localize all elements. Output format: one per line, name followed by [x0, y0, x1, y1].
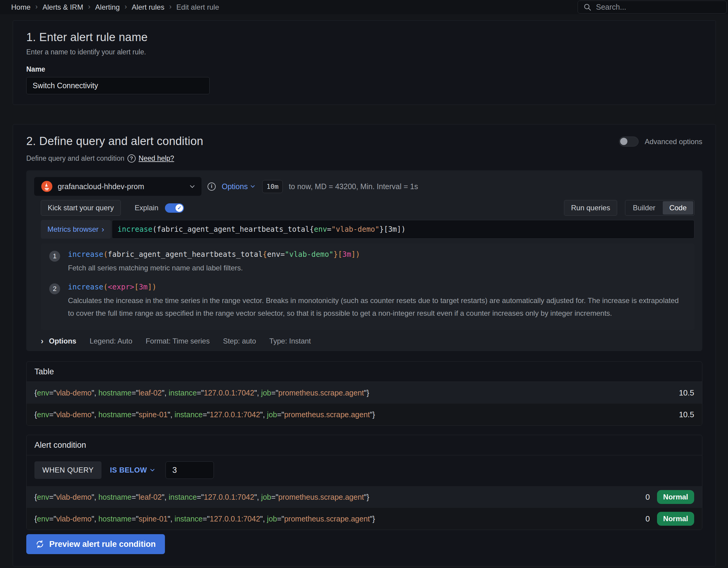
condition-result-row: {env="vlab-demo", hostname="spine-01", i… [27, 508, 702, 530]
search-box[interactable]: Search... [578, 1, 727, 14]
label-punctuation: =" [271, 389, 278, 397]
code-tab[interactable]: Code [663, 201, 693, 215]
query-options-dropdown[interactable]: Options [222, 182, 255, 191]
label-punctuation: ", [260, 410, 267, 419]
code-token: "vlab-demo" [331, 225, 379, 234]
kick-start-query-button[interactable]: Kick start your query [41, 200, 121, 216]
section2-subtitle: Define query and alert condition [26, 154, 124, 163]
label-punctuation: =" [197, 389, 204, 397]
query-option-summary: Type: Instant [269, 337, 311, 345]
need-help-link[interactable]: Need help? [139, 154, 174, 163]
label-punctuation: =" [277, 515, 284, 523]
label-punctuation: ", [254, 389, 261, 397]
preview-alert-rule-condition-button[interactable]: Preview alert rule condition [26, 534, 165, 554]
alert-rule-name-input[interactable]: Switch Connectivity [26, 77, 210, 94]
condition-operator-dropdown[interactable]: IS BELOW [110, 466, 155, 474]
breadcrumb: Home›Alerts & IRM›Alerting›Alert rules›E… [11, 3, 219, 11]
label-punctuation: =" [271, 493, 278, 502]
metrics-browser-button[interactable]: Metrics browser › [41, 220, 111, 239]
code-token: [ [134, 283, 139, 291]
options-row-label: Options [49, 337, 76, 345]
explain-toggle[interactable]: ✓ [165, 203, 184, 213]
label-punctuation: ", [92, 410, 98, 419]
step-number-badge: 1 [49, 251, 60, 262]
label-value: vlab-demo [56, 515, 92, 523]
state-badge: Normal [657, 512, 694, 526]
code-token: }[3m]) [379, 225, 406, 234]
breadcrumb-link[interactable]: Alert rules [132, 3, 164, 11]
search-icon [583, 3, 592, 11]
label-key: env [37, 515, 49, 523]
label-punctuation: ", [162, 493, 169, 502]
condition-value: 0 [646, 514, 650, 524]
code-token: 3m [342, 250, 351, 259]
breadcrumb-link[interactable]: Alerting [95, 3, 120, 11]
condition-value: 0 [646, 492, 650, 502]
code-token: = [327, 225, 331, 234]
datasource-picker[interactable]: grafanacloud-hhdev-prom [34, 177, 201, 196]
label-punctuation: =" [203, 515, 210, 523]
query-editor-panel: grafanacloud-hhdev-prom i Options 10m to… [26, 170, 702, 351]
threshold-input[interactable]: 3 [166, 461, 214, 479]
label-value: 127.0.0.1:7042 [204, 389, 254, 397]
label-value: 127.0.0.1:7042 [210, 515, 260, 523]
label-value: leaf-02 [139, 389, 162, 397]
state-badge: Normal [657, 490, 694, 504]
query-options-label: Options [222, 182, 248, 191]
section-define-query: 2. Define query and alert condition Adva… [13, 124, 716, 566]
query-options-row: › Options Legend: AutoFormat: Time serie… [41, 336, 694, 346]
time-range-summary: to now, MD = 43200, Min. Interval = 1s [289, 182, 418, 191]
code-token: "vlab-demo" [285, 250, 333, 259]
series-value: 10.5 [679, 410, 694, 419]
code-token: [ [338, 250, 343, 259]
code-token: { [263, 250, 267, 259]
series-value: 10.5 [679, 388, 694, 398]
condition-result-rows: {env="vlab-demo", hostname="leaf-02", in… [27, 486, 702, 530]
advanced-options-toggle[interactable] [619, 137, 639, 147]
query-toolbar: Kick start your query Explain ✓ Run quer… [41, 200, 694, 216]
label-value: vlab-demo [56, 493, 92, 502]
datasource-name: grafanacloud-hhdev-prom [58, 182, 144, 191]
search-input[interactable]: Search... [596, 3, 626, 11]
options-expander[interactable]: › Options [41, 337, 76, 346]
threshold-value: 3 [172, 466, 177, 475]
explain-item: 1increase(fabric_agent_agent_heartbeats_… [49, 250, 686, 274]
code-token: fabric_agent_agent_heartbeats_total [108, 250, 263, 259]
series-labels: {env="vlab-demo", hostname="leaf-02", in… [34, 493, 369, 502]
label-value: prometheus.scrape.agent [284, 515, 370, 523]
datasource-row: grafanacloud-hhdev-prom i Options 10m to… [34, 177, 694, 196]
label-punctuation: =" [131, 410, 138, 419]
code-token: increase [118, 225, 153, 234]
run-queries-button[interactable]: Run queries [564, 200, 617, 216]
label-key: job [261, 389, 271, 397]
help-circle-icon: ? [127, 154, 136, 163]
section2-title: 2. Define query and alert condition [26, 135, 203, 148]
series-labels: {env="vlab-demo", hostname="leaf-02", in… [34, 389, 369, 397]
breadcrumb-link[interactable]: Home [11, 3, 31, 11]
explain-description: Fetch all series matching metric name an… [68, 262, 360, 274]
series-labels: {env="vlab-demo", hostname="spine-01", i… [34, 515, 375, 523]
label-key: instance [175, 515, 203, 523]
alert-rule-name-value: Switch Connectivity [33, 81, 98, 90]
breadcrumb-link[interactable]: Alerts & IRM [43, 3, 83, 11]
label-key: env [37, 410, 49, 419]
query-option-summary: Step: auto [223, 337, 256, 345]
label-punctuation: "} [364, 389, 369, 397]
label-punctuation: =" [197, 493, 204, 502]
explain-description: Calculates the increase in the time seri… [68, 294, 686, 320]
page-content: 1. Enter alert rule name Enter a name to… [0, 14, 728, 566]
label-value: vlab-demo [56, 389, 92, 397]
section1-subtitle: Enter a name to identify your alert rule… [26, 48, 702, 56]
label-punctuation: =" [203, 410, 210, 419]
condition-result-row: {env="vlab-demo", hostname="leaf-02", in… [27, 486, 702, 508]
query-expression-row: Metrics browser › increase(fabric_agent_… [41, 220, 694, 239]
toggle-knob [620, 138, 627, 145]
label-punctuation: ", [260, 515, 267, 523]
explain-body: increase(fabric_agent_agent_heartbeats_t… [68, 250, 360, 274]
query-expression-input[interactable]: increase(fabric_agent_agent_heartbeats_t… [112, 220, 694, 239]
table-row: {env="vlab-demo", hostname="leaf-02", in… [27, 382, 702, 404]
builder-tab[interactable]: Builder [626, 201, 662, 215]
label-value: spine-01 [139, 410, 168, 419]
label-key: hostname [98, 515, 132, 523]
time-range-badge[interactable]: 10m [262, 180, 283, 193]
